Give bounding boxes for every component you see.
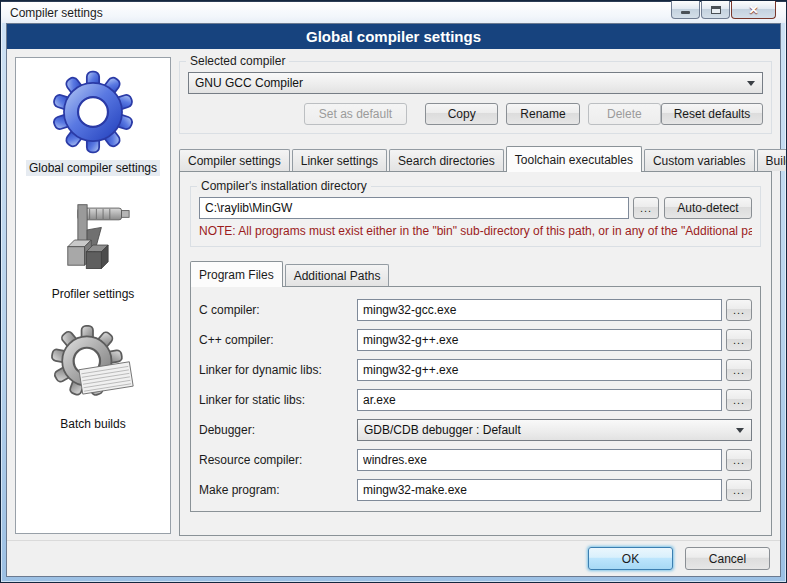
- rename-button[interactable]: Rename: [506, 103, 579, 125]
- resource-compiler-label: Resource compiler:: [199, 453, 357, 467]
- compiler-actions: Set as default Copy Rename Delete Reset …: [188, 103, 763, 125]
- static-linker-label: Linker for static libs:: [199, 393, 357, 407]
- dialog-body: Global compiler settings: [7, 49, 780, 540]
- selected-compiler-group-label: Selected compiler: [186, 54, 289, 68]
- tab-toolchain-executables[interactable]: Toolchain executables: [506, 146, 642, 172]
- installation-directory-group: Compiler's installation directory ... Au…: [190, 186, 761, 247]
- toolchain-executables-page: Compiler's installation directory ... Au…: [179, 171, 772, 536]
- selected-compiler-value: GNU GCC Compiler: [195, 76, 303, 90]
- make-program-input[interactable]: [357, 479, 722, 501]
- debugger-value: GDB/CDB debugger : Default: [364, 423, 521, 437]
- sidebar-item-global-compiler-settings[interactable]: Global compiler settings: [26, 68, 160, 176]
- window-controls: ✕: [670, 1, 776, 19]
- sidebar-item-profiler-settings[interactable]: Profiler settings: [49, 198, 138, 302]
- installation-directory-row: ... Auto-detect: [199, 197, 752, 219]
- field-row: C compiler: ...: [199, 299, 752, 321]
- dynamic-linker-input[interactable]: [357, 359, 722, 381]
- cpp-compiler-browse-button[interactable]: ...: [726, 329, 752, 351]
- field-row: Debugger: GDB/CDB debugger : Default: [199, 419, 752, 441]
- tab-program-files[interactable]: Program Files: [190, 261, 283, 287]
- dynamic-linker-browse-button[interactable]: ...: [726, 359, 752, 381]
- close-icon: ✕: [748, 4, 758, 16]
- close-button[interactable]: ✕: [731, 1, 776, 19]
- settings-tabs: Compiler settings Linker settings Search…: [179, 146, 772, 171]
- program-tabs: Program Files Additional Paths: [190, 261, 761, 286]
- debugger-dropdown[interactable]: GDB/CDB debugger : Default: [357, 419, 752, 441]
- make-program-label: Make program:: [199, 483, 357, 497]
- cancel-button[interactable]: Cancel: [685, 547, 770, 570]
- titlebar[interactable]: Compiler settings: [1, 1, 786, 23]
- window-title: Compiler settings: [10, 6, 103, 20]
- selected-compiler-group: Selected compiler GNU GCC Compiler Set a…: [179, 61, 772, 134]
- blue-gear-icon: [49, 68, 137, 156]
- tab-search-directories[interactable]: Search directories: [389, 149, 504, 171]
- dynamic-linker-label: Linker for dynamic libs:: [199, 363, 357, 377]
- maximize-button[interactable]: [701, 1, 730, 19]
- resource-compiler-input[interactable]: [357, 449, 722, 471]
- tab-linker-settings[interactable]: Linker settings: [292, 149, 387, 171]
- sidebar-item-label: Batch builds: [57, 416, 128, 432]
- static-linker-browse-button[interactable]: ...: [726, 389, 752, 411]
- field-row: Make program: ...: [199, 479, 752, 501]
- sidebar-item-label: Profiler settings: [49, 286, 138, 302]
- field-row: Linker for dynamic libs: ...: [199, 359, 752, 381]
- copy-button[interactable]: Copy: [425, 103, 498, 125]
- reset-defaults-button[interactable]: Reset defaults: [661, 103, 763, 125]
- page-title: Global compiler settings: [7, 24, 780, 49]
- dialog-footer: OK Cancel: [7, 540, 780, 576]
- dialog-client-area: Global compiler settings: [6, 23, 781, 577]
- auto-detect-button[interactable]: Auto-detect: [664, 197, 752, 219]
- make-program-browse-button[interactable]: ...: [726, 479, 752, 501]
- field-row: Resource compiler: ...: [199, 449, 752, 471]
- caliper-icon: [51, 198, 135, 282]
- program-files-panel: C compiler: ... C++ compiler: ... Linker…: [190, 286, 761, 512]
- cpp-compiler-input[interactable]: [357, 329, 722, 351]
- set-as-default-button: Set as default: [304, 103, 407, 125]
- c-compiler-label: C compiler:: [199, 303, 357, 317]
- main-panel: Selected compiler GNU GCC Compiler Set a…: [179, 53, 772, 536]
- ok-button[interactable]: OK: [588, 547, 673, 570]
- static-linker-input[interactable]: [357, 389, 722, 411]
- tab-compiler-settings[interactable]: Compiler settings: [179, 149, 290, 171]
- cpp-compiler-label: C++ compiler:: [199, 333, 357, 347]
- installation-directory-group-label: Compiler's installation directory: [197, 179, 371, 193]
- tab-additional-paths[interactable]: Additional Paths: [285, 264, 390, 286]
- gray-gear-stack-icon: [49, 324, 137, 412]
- maximize-icon: [711, 6, 721, 14]
- minimize-button[interactable]: [671, 1, 700, 19]
- minimize-icon: [681, 11, 690, 14]
- sidebar-item-batch-builds[interactable]: Batch builds: [49, 324, 137, 432]
- field-row: C++ compiler: ...: [199, 329, 752, 351]
- c-compiler-input[interactable]: [357, 299, 722, 321]
- delete-button: Delete: [588, 103, 661, 125]
- resource-compiler-browse-button[interactable]: ...: [726, 449, 752, 471]
- installation-note: NOTE: All programs must exist either in …: [199, 224, 752, 238]
- compiler-settings-window: Compiler settings ✕ Global compiler sett…: [0, 0, 787, 583]
- settings-category-sidebar: Global compiler settings: [15, 57, 171, 534]
- chevron-down-icon: [747, 81, 755, 86]
- field-row: Linker for static libs: ...: [199, 389, 752, 411]
- tab-custom-variables[interactable]: Custom variables: [644, 149, 755, 171]
- browse-directory-button[interactable]: ...: [633, 197, 659, 219]
- sidebar-item-label: Global compiler settings: [26, 160, 160, 176]
- c-compiler-browse-button[interactable]: ...: [726, 299, 752, 321]
- selected-compiler-dropdown[interactable]: GNU GCC Compiler: [188, 72, 763, 94]
- installation-directory-input[interactable]: [199, 197, 629, 219]
- chevron-down-icon: [736, 428, 744, 433]
- debugger-label: Debugger:: [199, 423, 357, 437]
- tab-build-options[interactable]: Build options: [757, 149, 787, 171]
